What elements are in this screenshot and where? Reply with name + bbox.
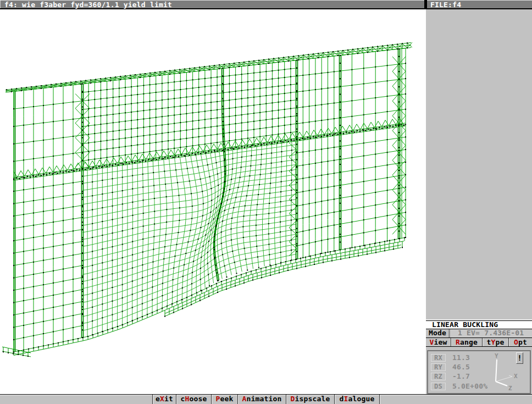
mode-row: Mode 1 EV= 7.436E-01 [426,329,532,338]
application-window: f4: wie f3aber fyd=360/1.1 yield limit F… [0,0,532,404]
mesh-viewport[interactable] [0,9,426,394]
readout-row-ry: RY46.5 [428,363,489,372]
readout-row-rz: RZ-1.7 [428,373,489,381]
fem-mesh [0,9,426,394]
axis-x-label: X [514,373,518,380]
readout-row-ds: DS5.0E+00% [428,383,489,391]
title-bar-divider [424,0,427,8]
panel-button-opt[interactable]: Opt [508,338,532,346]
readout-value-ry: 46.5 [452,363,470,371]
file-label: FILE:f4 [430,1,461,9]
menu-item-dispscale[interactable]: Dispscale [286,395,334,404]
panel-button-row: ViewRangetYpeOpt [426,338,532,347]
axis-y-label: Y [495,352,498,359]
panel-button-view[interactable]: View [426,338,451,346]
readout-value-rx: 11.3 [452,354,470,362]
menu-item-exit[interactable]: eXit [152,395,176,404]
readout-label-rz: RZ [431,373,446,380]
menu-item-dialogue[interactable]: dIalogue [334,395,379,404]
readout-value-rz: -1.7 [452,373,470,380]
readout-label-ds: DS [431,383,446,390]
readout-label-rx: RX [431,354,446,362]
mode-button[interactable]: Mode [429,329,446,337]
orientation-readout-box: RX11.3RY46.5RZ-1.7DS5.0E+00% Y X Z ! [427,350,531,394]
menu-bar-end-divider [379,395,381,404]
panel-button-range[interactable]: Range [451,338,482,346]
menu-item-choose[interactable]: cHoose [176,395,211,404]
title-bar: f4: wie f3aber fyd=360/1.1 yield limit F… [0,0,532,9]
panel-button-type[interactable]: tYpe [482,338,508,346]
control-panel: LINEAR BUCKLING Mode 1 EV= 7.436E-01 Vie… [426,9,532,394]
bottom-menu-bar: eXitcHoosePeekAnimationDispscaledIalogue [0,394,532,404]
exclamation-toggle-button[interactable]: ! [516,352,523,364]
axis-z-label: Z [508,385,512,392]
menu-item-peek[interactable]: Peek [211,395,237,404]
analysis-type-header: LINEAR BUCKLING [426,320,532,329]
menu-item-animation[interactable]: Animation [237,395,286,404]
readout-row-rx: RX11.3 [428,354,489,363]
readout-label-ry: RY [431,363,446,371]
window-title: f4: wie f3aber fyd=360/1.1 yield limit [4,1,172,9]
mode-eigenvalue-readout: 1 EV= 7.436E-01 [448,329,532,337]
